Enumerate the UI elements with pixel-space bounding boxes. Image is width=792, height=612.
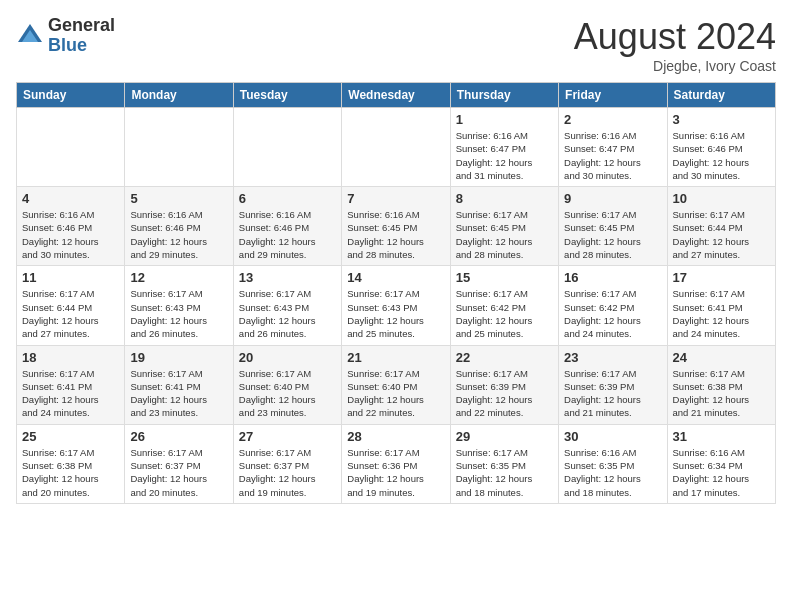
day-info: Sunrise: 6:16 AM Sunset: 6:46 PM Dayligh… (130, 208, 227, 261)
calendar-cell: 9Sunrise: 6:17 AM Sunset: 6:45 PM Daylig… (559, 187, 667, 266)
weekday-header-thursday: Thursday (450, 83, 558, 108)
day-info: Sunrise: 6:16 AM Sunset: 6:46 PM Dayligh… (239, 208, 336, 261)
calendar-week-4: 18Sunrise: 6:17 AM Sunset: 6:41 PM Dayli… (17, 345, 776, 424)
calendar-cell (233, 108, 341, 187)
calendar-cell: 18Sunrise: 6:17 AM Sunset: 6:41 PM Dayli… (17, 345, 125, 424)
calendar-cell: 19Sunrise: 6:17 AM Sunset: 6:41 PM Dayli… (125, 345, 233, 424)
calendar-cell: 10Sunrise: 6:17 AM Sunset: 6:44 PM Dayli… (667, 187, 775, 266)
day-number: 5 (130, 191, 227, 206)
day-number: 25 (22, 429, 119, 444)
day-info: Sunrise: 6:17 AM Sunset: 6:42 PM Dayligh… (564, 287, 661, 340)
day-number: 16 (564, 270, 661, 285)
calendar-week-3: 11Sunrise: 6:17 AM Sunset: 6:44 PM Dayli… (17, 266, 776, 345)
day-info: Sunrise: 6:17 AM Sunset: 6:41 PM Dayligh… (673, 287, 770, 340)
calendar-week-5: 25Sunrise: 6:17 AM Sunset: 6:38 PM Dayli… (17, 424, 776, 503)
day-number: 3 (673, 112, 770, 127)
weekday-header-row: SundayMondayTuesdayWednesdayThursdayFrid… (17, 83, 776, 108)
day-number: 13 (239, 270, 336, 285)
calendar-cell: 2Sunrise: 6:16 AM Sunset: 6:47 PM Daylig… (559, 108, 667, 187)
day-info: Sunrise: 6:17 AM Sunset: 6:41 PM Dayligh… (130, 367, 227, 420)
day-info: Sunrise: 6:17 AM Sunset: 6:42 PM Dayligh… (456, 287, 553, 340)
calendar-cell: 16Sunrise: 6:17 AM Sunset: 6:42 PM Dayli… (559, 266, 667, 345)
day-info: Sunrise: 6:17 AM Sunset: 6:38 PM Dayligh… (673, 367, 770, 420)
day-info: Sunrise: 6:17 AM Sunset: 6:45 PM Dayligh… (564, 208, 661, 261)
calendar-cell: 24Sunrise: 6:17 AM Sunset: 6:38 PM Dayli… (667, 345, 775, 424)
logo-general: General (48, 16, 115, 36)
day-info: Sunrise: 6:17 AM Sunset: 6:44 PM Dayligh… (673, 208, 770, 261)
day-info: Sunrise: 6:17 AM Sunset: 6:38 PM Dayligh… (22, 446, 119, 499)
day-number: 14 (347, 270, 444, 285)
day-number: 22 (456, 350, 553, 365)
day-info: Sunrise: 6:16 AM Sunset: 6:34 PM Dayligh… (673, 446, 770, 499)
day-number: 19 (130, 350, 227, 365)
logo-blue: Blue (48, 36, 115, 56)
day-number: 31 (673, 429, 770, 444)
calendar-cell: 13Sunrise: 6:17 AM Sunset: 6:43 PM Dayli… (233, 266, 341, 345)
logo-text: General Blue (48, 16, 115, 56)
day-info: Sunrise: 6:17 AM Sunset: 6:39 PM Dayligh… (456, 367, 553, 420)
day-number: 21 (347, 350, 444, 365)
calendar-cell: 14Sunrise: 6:17 AM Sunset: 6:43 PM Dayli… (342, 266, 450, 345)
weekday-header-wednesday: Wednesday (342, 83, 450, 108)
day-info: Sunrise: 6:16 AM Sunset: 6:46 PM Dayligh… (22, 208, 119, 261)
day-number: 24 (673, 350, 770, 365)
day-number: 17 (673, 270, 770, 285)
day-number: 15 (456, 270, 553, 285)
calendar-cell: 26Sunrise: 6:17 AM Sunset: 6:37 PM Dayli… (125, 424, 233, 503)
day-number: 8 (456, 191, 553, 206)
title-block: August 2024 Djegbe, Ivory Coast (574, 16, 776, 74)
day-number: 28 (347, 429, 444, 444)
weekday-header-saturday: Saturday (667, 83, 775, 108)
day-info: Sunrise: 6:16 AM Sunset: 6:47 PM Dayligh… (456, 129, 553, 182)
calendar-cell: 27Sunrise: 6:17 AM Sunset: 6:37 PM Dayli… (233, 424, 341, 503)
calendar-cell: 20Sunrise: 6:17 AM Sunset: 6:40 PM Dayli… (233, 345, 341, 424)
calendar-cell: 30Sunrise: 6:16 AM Sunset: 6:35 PM Dayli… (559, 424, 667, 503)
calendar-cell (342, 108, 450, 187)
day-info: Sunrise: 6:17 AM Sunset: 6:37 PM Dayligh… (130, 446, 227, 499)
day-info: Sunrise: 6:17 AM Sunset: 6:39 PM Dayligh… (564, 367, 661, 420)
calendar-cell: 7Sunrise: 6:16 AM Sunset: 6:45 PM Daylig… (342, 187, 450, 266)
day-info: Sunrise: 6:17 AM Sunset: 6:40 PM Dayligh… (239, 367, 336, 420)
calendar-table: SundayMondayTuesdayWednesdayThursdayFrid… (16, 82, 776, 504)
calendar-cell: 11Sunrise: 6:17 AM Sunset: 6:44 PM Dayli… (17, 266, 125, 345)
day-number: 2 (564, 112, 661, 127)
logo: General Blue (16, 16, 115, 56)
day-number: 29 (456, 429, 553, 444)
day-number: 10 (673, 191, 770, 206)
day-info: Sunrise: 6:16 AM Sunset: 6:46 PM Dayligh… (673, 129, 770, 182)
calendar-cell: 5Sunrise: 6:16 AM Sunset: 6:46 PM Daylig… (125, 187, 233, 266)
weekday-header-monday: Monday (125, 83, 233, 108)
day-number: 12 (130, 270, 227, 285)
day-number: 4 (22, 191, 119, 206)
day-info: Sunrise: 6:17 AM Sunset: 6:44 PM Dayligh… (22, 287, 119, 340)
calendar-cell: 17Sunrise: 6:17 AM Sunset: 6:41 PM Dayli… (667, 266, 775, 345)
page-header: General Blue August 2024 Djegbe, Ivory C… (16, 16, 776, 74)
calendar-cell: 3Sunrise: 6:16 AM Sunset: 6:46 PM Daylig… (667, 108, 775, 187)
day-number: 1 (456, 112, 553, 127)
calendar-week-2: 4Sunrise: 6:16 AM Sunset: 6:46 PM Daylig… (17, 187, 776, 266)
day-info: Sunrise: 6:17 AM Sunset: 6:40 PM Dayligh… (347, 367, 444, 420)
calendar-cell: 28Sunrise: 6:17 AM Sunset: 6:36 PM Dayli… (342, 424, 450, 503)
day-number: 7 (347, 191, 444, 206)
day-info: Sunrise: 6:16 AM Sunset: 6:47 PM Dayligh… (564, 129, 661, 182)
calendar-cell: 31Sunrise: 6:16 AM Sunset: 6:34 PM Dayli… (667, 424, 775, 503)
calendar-cell (125, 108, 233, 187)
calendar-cell: 6Sunrise: 6:16 AM Sunset: 6:46 PM Daylig… (233, 187, 341, 266)
day-info: Sunrise: 6:17 AM Sunset: 6:45 PM Dayligh… (456, 208, 553, 261)
weekday-header-sunday: Sunday (17, 83, 125, 108)
calendar-location: Djegbe, Ivory Coast (574, 58, 776, 74)
day-number: 20 (239, 350, 336, 365)
calendar-cell: 29Sunrise: 6:17 AM Sunset: 6:35 PM Dayli… (450, 424, 558, 503)
calendar-title: August 2024 (574, 16, 776, 58)
day-number: 9 (564, 191, 661, 206)
day-number: 6 (239, 191, 336, 206)
calendar-cell: 12Sunrise: 6:17 AM Sunset: 6:43 PM Dayli… (125, 266, 233, 345)
calendar-cell (17, 108, 125, 187)
day-info: Sunrise: 6:17 AM Sunset: 6:43 PM Dayligh… (347, 287, 444, 340)
day-info: Sunrise: 6:17 AM Sunset: 6:35 PM Dayligh… (456, 446, 553, 499)
calendar-cell: 21Sunrise: 6:17 AM Sunset: 6:40 PM Dayli… (342, 345, 450, 424)
calendar-cell: 8Sunrise: 6:17 AM Sunset: 6:45 PM Daylig… (450, 187, 558, 266)
day-info: Sunrise: 6:17 AM Sunset: 6:37 PM Dayligh… (239, 446, 336, 499)
day-info: Sunrise: 6:17 AM Sunset: 6:36 PM Dayligh… (347, 446, 444, 499)
calendar-week-1: 1Sunrise: 6:16 AM Sunset: 6:47 PM Daylig… (17, 108, 776, 187)
